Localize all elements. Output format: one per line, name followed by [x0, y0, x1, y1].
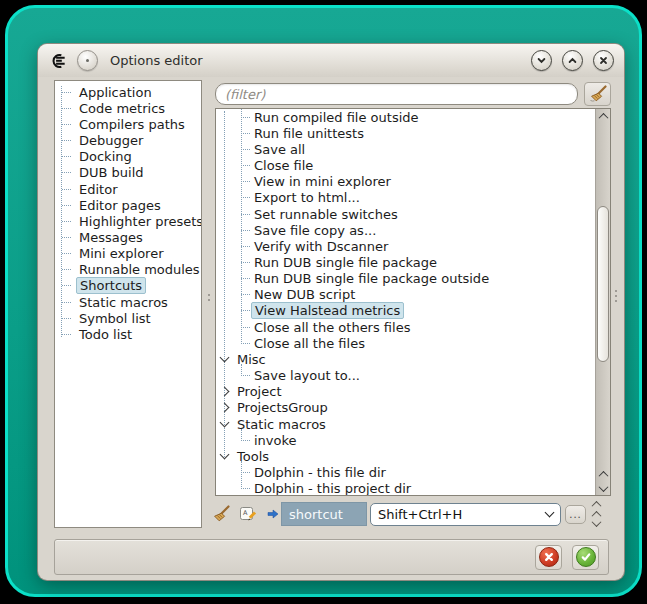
shortcut-item-label: Static macros: [234, 417, 329, 432]
shortcut-item-label: Dolphin - this project dir: [251, 481, 414, 495]
inspector-scrollbar[interactable]: [590, 499, 603, 529]
cancel-button[interactable]: [535, 545, 562, 570]
category-item[interactable]: Symbol list: [55, 310, 201, 326]
expander-icon[interactable]: [220, 403, 230, 413]
scroll-up-icon[interactable]: [592, 501, 602, 511]
category-item[interactable]: Application: [55, 84, 201, 100]
accept-button[interactable]: [572, 545, 599, 570]
category-item[interactable]: DUB build: [55, 165, 201, 181]
shortcut-tree-item[interactable]: invoke: [216, 432, 595, 448]
shortcut-item-label: New DUB script: [251, 287, 358, 302]
shortcut-tree-item[interactable]: Verify with Dscanner: [216, 238, 595, 254]
tree-branch-line: [241, 262, 250, 263]
window-menu-button[interactable]: [77, 50, 98, 71]
shortcut-item-label: Save all: [251, 142, 308, 157]
shortcut-tree-item[interactable]: Dolphin - this project dir: [216, 481, 595, 495]
maximize-button[interactable]: [562, 50, 583, 71]
shortcut-tree-item[interactable]: Misc: [216, 351, 595, 367]
shortcut-tree-item[interactable]: Run compiled file outside: [216, 109, 595, 125]
tree-branch-line: [241, 165, 250, 166]
dialog-button-bar: [54, 539, 609, 575]
shortcut-tree-item[interactable]: Project: [216, 384, 595, 400]
scroll-down-icon[interactable]: [592, 517, 602, 527]
shade-button[interactable]: [531, 50, 552, 71]
close-button[interactable]: [593, 50, 614, 71]
category-item[interactable]: Editor: [55, 181, 201, 197]
shortcut-tree-item[interactable]: Save file copy as...: [216, 222, 595, 238]
tree-branch-line: [241, 230, 250, 231]
shortcut-tree-item[interactable]: View in mini explorer: [216, 174, 595, 190]
scroll-up-button[interactable]: [596, 109, 610, 123]
shortcut-tree-item[interactable]: Static macros: [216, 416, 595, 432]
tree-branch-line: [241, 310, 250, 311]
category-item[interactable]: Docking: [55, 149, 201, 165]
tree-branch-line: [241, 294, 250, 295]
filter-input[interactable]: [215, 83, 578, 105]
tree-branch-line: [62, 269, 71, 270]
edge-splitter-grip-icon[interactable]: [615, 290, 617, 305]
edit-shortcut-button[interactable]: A: [239, 505, 257, 523]
shortcut-item-label: Run DUB single file package outside: [251, 271, 492, 286]
tree-branch-line: [62, 108, 71, 109]
tree-branch-line: [62, 92, 71, 93]
scroll-up-button[interactable]: [596, 467, 610, 481]
shortcut-tree-item[interactable]: Run file unittests: [216, 125, 595, 141]
category-item[interactable]: Editor pages: [55, 197, 201, 213]
tree-branch-line: [241, 133, 250, 134]
tree-branch-line: [241, 246, 250, 247]
shortcut-tree-item[interactable]: Close file: [216, 157, 595, 173]
clear-filter-button[interactable]: [584, 82, 611, 106]
category-item[interactable]: Debugger: [55, 132, 201, 148]
category-item[interactable]: Highlighter presets: [55, 213, 201, 229]
tree-scrollbar[interactable]: [595, 109, 610, 495]
shortcut-tree-item[interactable]: Dolphin - this file dir: [216, 464, 595, 480]
tree-branch-line: [62, 253, 71, 254]
window-title: Options editor: [110, 53, 522, 68]
shortcut-tree-item[interactable]: Set runnable switches: [216, 206, 595, 222]
expander-icon[interactable]: [220, 353, 230, 363]
shortcut-tree-item[interactable]: Save all: [216, 141, 595, 157]
category-label: Messages: [76, 230, 146, 245]
expander-icon[interactable]: [220, 450, 230, 460]
shortcut-tree-item[interactable]: ProjectsGroup: [216, 400, 595, 416]
shortcut-tree-item[interactable]: New DUB script: [216, 287, 595, 303]
category-label: Code metrics: [76, 101, 168, 116]
scrollbar-thumb[interactable]: [597, 206, 609, 362]
shortcut-item-label: invoke: [251, 433, 300, 448]
tree-branch-line: [241, 488, 250, 489]
category-item[interactable]: Compilers paths: [55, 116, 201, 132]
shortcut-value-combobox[interactable]: Shift+Ctrl+H: [370, 503, 561, 526]
clean-shortcut-button[interactable]: [211, 505, 231, 524]
tree-branch-line: [241, 181, 250, 182]
category-item[interactable]: Shortcuts: [55, 278, 201, 294]
scroll-down-button[interactable]: [596, 481, 610, 495]
category-item[interactable]: Runnable modules: [55, 262, 201, 278]
categories-list: Application Code metrics Compilers paths: [54, 80, 202, 528]
shortcut-tree-item[interactable]: View Halstead metrics: [216, 303, 595, 319]
shortcut-value: Shift+Ctrl+H: [378, 507, 546, 522]
panel-splitter[interactable]: [204, 80, 214, 528]
shortcut-item-label: View in mini explorer: [251, 174, 394, 189]
shortcut-tree-item[interactable]: Save layout to...: [216, 368, 595, 384]
chevron-down-icon: [545, 508, 555, 518]
expander-icon[interactable]: [220, 387, 230, 397]
category-item[interactable]: Mini explorer: [55, 246, 201, 262]
shortcut-tree-item[interactable]: Run DUB single file package outside: [216, 271, 595, 287]
tree-branch-line: [62, 156, 71, 157]
category-item[interactable]: Code metrics: [55, 100, 201, 116]
shortcut-tree-item[interactable]: Close all the others files: [216, 319, 595, 335]
shortcut-tree-item[interactable]: Export to html...: [216, 190, 595, 206]
shortcut-tree-item[interactable]: Tools: [216, 448, 595, 464]
category-label: Runnable modules: [76, 262, 202, 277]
app-logo-icon: [48, 53, 68, 69]
property-name-cell[interactable]: shortcut: [281, 502, 367, 526]
category-item[interactable]: Messages: [55, 229, 201, 245]
scrollbar-track[interactable]: [596, 123, 610, 467]
expander-icon[interactable]: [220, 418, 230, 428]
category-item[interactable]: Static macros: [55, 294, 201, 310]
shortcut-tree-item[interactable]: Close all the files: [216, 335, 595, 351]
more-options-button[interactable]: ...: [565, 505, 586, 524]
category-item[interactable]: Todo list: [55, 326, 201, 342]
category-label: Highlighter presets: [76, 214, 202, 229]
shortcut-tree-item[interactable]: Run DUB single file package: [216, 254, 595, 270]
